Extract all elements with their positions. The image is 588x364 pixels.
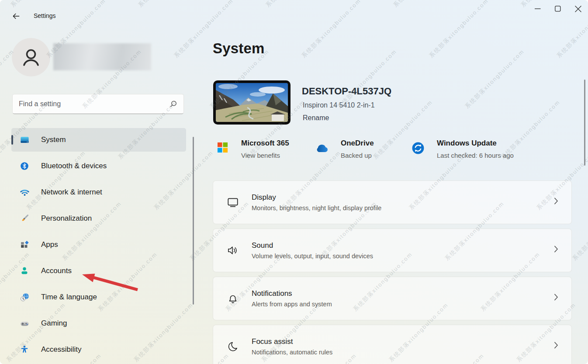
sidebar-item-bluetooth-devices[interactable]: Bluetooth & devices [11,154,186,178]
sound-icon [226,244,239,257]
landscape-image [216,83,288,122]
onedrive-badge[interactable]: OneDrive Backed up [314,139,374,159]
sidebar-item-label: Network & internet [41,188,102,197]
chevron-right-icon [554,342,558,350]
sidebar-item-system[interactable]: System [11,128,186,152]
badge-subtitle: Backed up [341,152,374,159]
search-input[interactable] [13,100,169,108]
watermark-text: 系统部落xitongbuluo.com [463,48,526,110]
watermark-text: 系统部落xitongbuluo.com [264,0,327,9]
person-icon [19,45,43,69]
personalization-icon [19,213,30,224]
sidebar-item-personalization[interactable]: Personalization [11,207,186,230]
microsoft-365-badge[interactable]: Microsoft 365 View benefits [217,139,289,159]
sidebar-item-label: Time & language [41,293,97,302]
accessibility-icon [19,344,30,355]
watermark-text: 系统部落xitongbuluo.com [392,0,454,9]
time-language-icon [19,292,30,302]
close-button[interactable] [568,0,588,17]
card-title: Focus assist [252,337,332,346]
sidebar-item-label: Personalization [41,214,92,223]
maximize-icon [555,6,561,12]
microsoft-365-icon [217,142,228,153]
close-icon [575,6,581,12]
sidebar-item-label: Accessibility [41,345,82,354]
focus-assist-icon [226,340,239,353]
sidebar-nav: System Bluetooth & devices Network & [11,128,186,364]
network-icon [19,187,30,198]
chevron-right-icon [554,294,558,302]
sidebar-item-label: System [41,135,66,144]
watermark-text: 系统部落xitongbuluo.com [9,0,72,9]
watermark-text: 系统部落xitongbuluo.com [137,0,199,9]
sidebar-item-gaming[interactable]: Gaming [11,312,186,335]
display-card[interactable]: Display Monitors, brightness, night ligh… [213,180,572,224]
display-icon [226,196,239,209]
device-thumbnail [213,80,291,125]
sidebar-item-label: Gaming [41,319,67,328]
watermark-text: 系统部落xitongbuluo.com [300,0,363,60]
sidebar-item-label: Apps [41,240,58,249]
card-subtitle: Alerts from apps and system [252,301,332,308]
focus-assist-card[interactable]: Focus assist Notifications, automatic ru… [213,325,572,364]
badge-title: OneDrive [341,139,374,148]
sidebar-item-accounts[interactable]: Accounts [11,259,186,283]
card-title: Display [252,193,381,202]
badge-title: Microsoft 365 [241,139,289,148]
window-controls [528,0,588,20]
search-box [12,94,184,114]
onedrive-icon [314,143,329,153]
sidebar-item-apps[interactable]: Apps [11,233,186,257]
sidebar-item-label: Bluetooth & devices [41,162,107,170]
apps-icon [19,239,30,250]
sidebar-scrollbar[interactable] [193,137,194,305]
avatar [12,38,50,76]
device-model: Inspiron 14 5410 2-in-1 [303,101,375,109]
sound-card[interactable]: Sound Volume levels, output, input, soun… [213,229,572,272]
card-title: Notifications [252,289,332,298]
watermark-text: 系统部落xitongbuluo.com [428,0,490,60]
chevron-right-icon [554,246,558,254]
app-title: Settings [34,12,56,19]
card-subtitle: Notifications, automatic rules [252,349,332,356]
card-title: Sound [252,241,373,250]
rename-button[interactable]: Rename [303,114,329,122]
badge-subtitle: View benefits [241,152,289,159]
back-button[interactable] [10,10,22,22]
sidebar-item-time-language[interactable]: Time & language [11,285,186,309]
notifications-card[interactable]: Notifications Alerts from apps and syste… [213,277,572,320]
user-name-redacted [53,43,151,70]
system-icon [19,135,30,145]
accounts-icon [19,266,30,276]
watermark-text: 系统部落xitongbuluo.com [571,200,588,262]
minimize-button[interactable] [528,0,548,17]
badge-title: Windows Update [437,139,514,148]
windows-update-icon [412,142,425,155]
notifications-icon [226,292,239,305]
search-icon [169,100,177,108]
windows-update-badge[interactable]: Windows Update Last checked: 6 hours ago [412,139,514,159]
card-subtitle: Monitors, brightness, night light, displ… [252,205,381,211]
main-scrollbar[interactable] [584,80,585,166]
sidebar-item-accessibility[interactable]: Accessibility [11,338,186,361]
sidebar-item-label: Accounts [41,267,72,275]
chevron-right-icon [554,198,558,206]
settings-window: Settings [0,0,588,364]
minimize-icon [535,6,541,12]
sidebar-item-network-internet[interactable]: Network & internet [11,180,186,204]
back-arrow-icon [12,12,21,21]
gaming-icon [19,318,30,329]
badge-subtitle: Last checked: 6 hours ago [437,152,514,159]
card-subtitle: Volume levels, output, input, sound devi… [252,253,373,260]
device-name: DESKTOP-4L537JQ [302,86,391,97]
page-title: System [213,40,265,57]
bluetooth-icon [19,161,30,171]
maximize-button[interactable] [548,0,568,17]
